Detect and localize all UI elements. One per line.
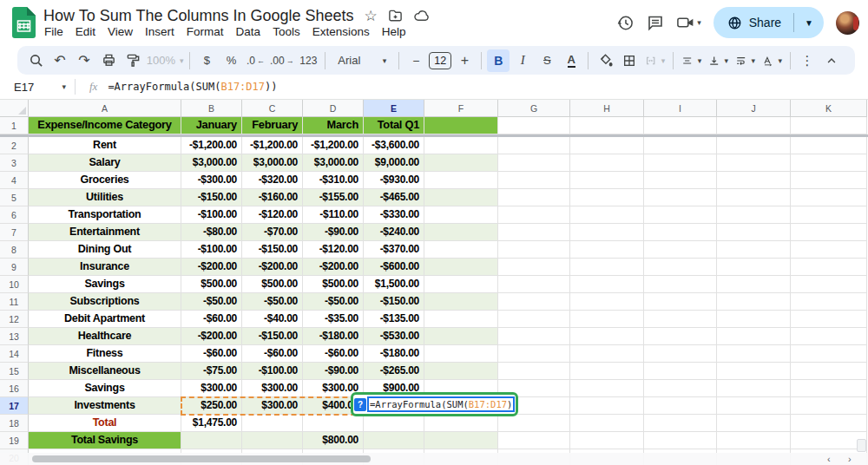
cell-A12[interactable]: Debit Apartment	[29, 311, 181, 328]
more-formats-button[interactable]: 123	[297, 49, 319, 72]
cell-formula-editor[interactable]: ? =ArrayFormula(SUM(B17:D17))	[351, 392, 518, 416]
cell-A16[interactable]: Savings	[29, 380, 181, 397]
text-rotation-button[interactable]: ▾	[760, 49, 785, 72]
cell-H17[interactable]	[570, 397, 644, 415]
cell-C2[interactable]: -$1,200.00	[242, 137, 303, 154]
cell-B14[interactable]: -$60.00	[181, 345, 242, 363]
cell-H1[interactable]	[570, 117, 644, 134]
column-header-J[interactable]: J	[717, 100, 791, 117]
cell-K9[interactable]	[791, 259, 867, 276]
cell-J3[interactable]	[717, 154, 791, 172]
cell-B6[interactable]: -$100.00	[181, 206, 242, 224]
cell-K7[interactable]	[791, 224, 867, 241]
cell-G5[interactable]	[498, 189, 570, 206]
font-size-input[interactable]: 12	[429, 49, 451, 72]
cell-I10[interactable]	[644, 276, 717, 293]
cell-B5[interactable]: -$150.00	[181, 189, 242, 206]
cell-C14[interactable]: -$60.00	[242, 345, 303, 363]
row-header-4[interactable]: 4	[0, 172, 29, 189]
cell-J8[interactable]	[717, 241, 791, 259]
cell-E10[interactable]: $1,500.00	[364, 276, 424, 293]
cell-A7[interactable]: Entertainment	[29, 224, 181, 241]
cell-C15[interactable]: -$100.00	[242, 363, 303, 380]
cell-B2[interactable]: -$1,200.00	[181, 137, 242, 154]
cell-J11[interactable]	[717, 293, 791, 311]
increase-font-size-button[interactable]: +	[453, 49, 476, 72]
cell-D11[interactable]: -$50.00	[303, 293, 364, 311]
cell-J15[interactable]	[717, 363, 791, 380]
cell-E18[interactable]	[364, 415, 424, 432]
cell-B3[interactable]: $3,000.00	[181, 154, 242, 172]
cell-G1[interactable]	[498, 117, 570, 134]
cell-H18[interactable]	[570, 415, 644, 432]
cell-A4[interactable]: Groceries	[29, 172, 181, 189]
cell-C9[interactable]: -$200.00	[242, 259, 303, 276]
cell-C17[interactable]: $300.00	[242, 397, 303, 415]
cell-K11[interactable]	[791, 293, 867, 311]
cell-J18[interactable]	[717, 415, 791, 432]
cell-I3[interactable]	[644, 154, 717, 172]
cell-A8[interactable]: Dining Out	[29, 241, 181, 259]
cell-B11[interactable]: -$50.00	[181, 293, 242, 311]
italic-button[interactable]: I	[511, 49, 534, 72]
cell-F18[interactable]	[424, 415, 498, 432]
cell-I11[interactable]	[644, 293, 717, 311]
cell-J6[interactable]	[717, 206, 791, 224]
increase-decimal-button[interactable]: .00→	[268, 49, 295, 72]
scroll-left-icon[interactable]: ‹	[827, 453, 831, 465]
cell-G12[interactable]	[498, 311, 570, 328]
share-caret-icon[interactable]: ▼	[794, 18, 824, 28]
row-header-8[interactable]: 8	[0, 241, 29, 259]
cell-B18[interactable]: $1,475.00	[181, 415, 242, 432]
cell-G2[interactable]	[498, 137, 570, 154]
cell-F4[interactable]	[424, 172, 498, 189]
cell-D9[interactable]: -$200.00	[303, 259, 364, 276]
column-header-H[interactable]: H	[570, 100, 644, 117]
cell-K5[interactable]	[791, 189, 867, 206]
cell-C19[interactable]	[242, 432, 303, 449]
cell-E4[interactable]: -$930.00	[364, 172, 424, 189]
cell-H15[interactable]	[570, 363, 644, 380]
cell-A6[interactable]: Transportation	[29, 206, 181, 224]
cell-F1[interactable]	[424, 117, 498, 134]
hide-menus-icon[interactable]	[820, 49, 843, 72]
cell-C12[interactable]: -$40.00	[242, 311, 303, 328]
cell-K12[interactable]	[791, 311, 867, 328]
cell-D1[interactable]: March	[303, 117, 364, 134]
cell-K13[interactable]	[791, 328, 867, 345]
cell-A18[interactable]: Total	[29, 415, 181, 432]
cell-H4[interactable]	[570, 172, 644, 189]
cell-J19[interactable]	[717, 432, 791, 449]
google-sheets-logo[interactable]	[12, 7, 36, 42]
row-header-12[interactable]: 12	[0, 311, 29, 328]
decrease-font-size-button[interactable]: −	[404, 49, 427, 72]
cell-F7[interactable]	[424, 224, 498, 241]
cell-I19[interactable]	[644, 432, 717, 449]
cell-E5[interactable]: -$465.00	[364, 189, 424, 206]
cell-C11[interactable]: -$50.00	[242, 293, 303, 311]
cell-K19[interactable]	[791, 432, 867, 449]
cell-E9[interactable]: -$600.00	[364, 259, 424, 276]
row-header-2[interactable]: 2	[0, 137, 29, 154]
cell-F15[interactable]	[424, 363, 498, 380]
redo-icon[interactable]: ↷	[73, 49, 95, 72]
cell-G19[interactable]	[498, 432, 570, 449]
comment-icon[interactable]	[647, 14, 664, 31]
cell-C13[interactable]: -$150.00	[242, 328, 303, 345]
bold-button[interactable]: B	[487, 49, 510, 72]
cell-F10[interactable]	[424, 276, 498, 293]
cell-H12[interactable]	[570, 311, 644, 328]
row-header-10[interactable]: 10	[0, 276, 29, 293]
cell-B16[interactable]: $300.00	[181, 380, 242, 397]
version-history-icon[interactable]	[616, 14, 635, 32]
row-header-3[interactable]: 3	[0, 154, 29, 172]
vertical-scrollbar-end[interactable]	[857, 439, 866, 452]
text-color-button[interactable]: A	[560, 49, 582, 72]
menu-extensions[interactable]: Extensions	[306, 23, 376, 40]
cell-G11[interactable]	[498, 293, 570, 311]
formula-input[interactable]: =ArrayFormula(SUM(B17:D17))	[108, 81, 277, 93]
cell-B19[interactable]	[181, 432, 242, 449]
cell-D3[interactable]: $3,000.00	[303, 154, 364, 172]
column-header-E[interactable]: E	[364, 100, 424, 117]
cell-A3[interactable]: Salary	[29, 154, 181, 172]
